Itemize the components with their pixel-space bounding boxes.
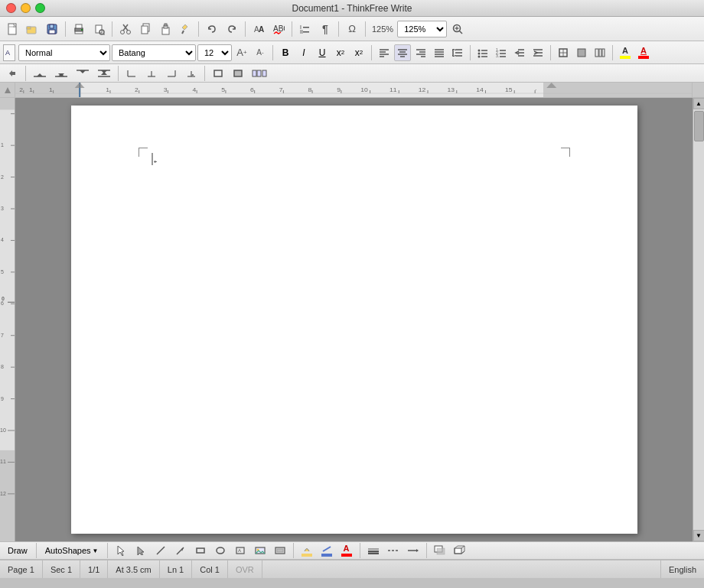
- image-effects-button[interactable]: [271, 543, 289, 558]
- font-color-draw-button[interactable]: A: [337, 543, 356, 558]
- left-tab-button[interactable]: [122, 67, 141, 80]
- zoom-select[interactable]: 50% 75% 100% 125% 150% 200%: [397, 21, 447, 37]
- cut-button[interactable]: [116, 20, 135, 38]
- svg-marker-106: [5, 87, 11, 93]
- svg-text:3.: 3.: [496, 54, 499, 58]
- maximize-button[interactable]: [35, 3, 45, 13]
- sep-draw3: [293, 543, 294, 558]
- svg-text:1: 1: [1, 142, 4, 148]
- spellcheck-button[interactable]: ABC: [269, 20, 288, 38]
- line-style-draw-button[interactable]: [364, 543, 383, 558]
- align-left-button[interactable]: [376, 44, 393, 61]
- scroll-track[interactable]: [693, 109, 704, 530]
- sep-tab2: [118, 66, 119, 81]
- sep-tab3: [204, 66, 205, 81]
- open-button[interactable]: [23, 20, 41, 38]
- shade-button[interactable]: [573, 44, 590, 61]
- font-select[interactable]: Batang Arial Times New Roman: [112, 44, 196, 61]
- align-right-button[interactable]: [412, 44, 429, 61]
- line-spacing-button[interactable]: [449, 44, 466, 61]
- shrink-font-button[interactable]: A-: [252, 44, 269, 61]
- select-draw-tool[interactable]: [112, 543, 130, 558]
- hanging-indent-button[interactable]: [73, 67, 93, 80]
- rect-draw-tool[interactable]: [191, 543, 210, 558]
- svg-text:4: 4: [193, 86, 197, 93]
- free-select-draw-tool[interactable]: [132, 543, 150, 558]
- oval-draw-tool[interactable]: [211, 543, 230, 558]
- bold-button[interactable]: B: [277, 44, 294, 61]
- minimize-button[interactable]: [21, 3, 31, 13]
- fill-color-draw-button[interactable]: [298, 543, 316, 558]
- underline-button[interactable]: U: [314, 44, 331, 61]
- italic-button[interactable]: I: [295, 44, 312, 61]
- svg-text:1: 1: [29, 86, 33, 93]
- find-replace-button[interactable]: AA: [249, 20, 268, 38]
- document-page[interactable]: ↵: [71, 106, 637, 534]
- line-color-draw-button[interactable]: [318, 543, 336, 558]
- decrease-indent-button[interactable]: [511, 44, 528, 61]
- unordered-list-button[interactable]: [474, 44, 491, 61]
- omega-button[interactable]: Ω: [343, 20, 361, 38]
- redo-button[interactable]: [223, 20, 241, 38]
- copy-button[interactable]: [136, 20, 155, 38]
- zoom-extra-button[interactable]: [448, 20, 467, 38]
- left-indent-button[interactable]: [30, 67, 50, 80]
- arrow-draw-tool[interactable]: [171, 543, 190, 558]
- border-tb-button[interactable]: [209, 67, 227, 80]
- shadow-draw-button[interactable]: [431, 543, 449, 558]
- format-brush-button[interactable]: [176, 20, 194, 38]
- print-button[interactable]: [70, 20, 88, 38]
- right-scrollbar[interactable]: ▲ ▼: [693, 98, 704, 541]
- scroll-thumb[interactable]: [694, 111, 704, 141]
- draw-button[interactable]: Draw: [3, 543, 32, 558]
- center-tab-button[interactable]: [142, 67, 161, 80]
- autoshapes-button[interactable]: AutoShapes ▼: [41, 543, 103, 558]
- ordered-list-button[interactable]: 1.2.3.: [493, 44, 510, 61]
- shade-tb-button[interactable]: [229, 67, 247, 80]
- align-justify-button[interactable]: [431, 44, 448, 61]
- subscript-button[interactable]: x2: [350, 44, 367, 61]
- print-preview-button[interactable]: [90, 20, 108, 38]
- dash-style-draw-button[interactable]: [384, 543, 403, 558]
- svg-rect-80: [602, 49, 605, 57]
- align-center-button[interactable]: [394, 44, 411, 61]
- columns-tb-button[interactable]: [249, 67, 270, 80]
- svg-point-100: [192, 74, 194, 76]
- font-size-select[interactable]: 8 10 12 14 16 18 24 36: [197, 44, 232, 61]
- columns-button[interactable]: [592, 44, 608, 61]
- scroll-down-button[interactable]: ▼: [693, 530, 705, 541]
- textbox-draw-tool[interactable]: A: [231, 543, 249, 558]
- right-tab-button[interactable]: [162, 67, 181, 80]
- style-select[interactable]: Normal Heading 1 Heading 2 Heading 3: [18, 44, 110, 61]
- scroll-up-button[interactable]: ▲: [693, 98, 705, 109]
- arrow-style-draw-button[interactable]: [404, 543, 422, 558]
- document-container: ↵: [15, 98, 693, 541]
- insert-image-draw-tool[interactable]: [251, 543, 269, 558]
- decimal-tab-button[interactable]: [182, 67, 200, 80]
- paste-button[interactable]: [156, 20, 174, 38]
- undo-button[interactable]: [203, 20, 221, 38]
- right-indent-button[interactable]: [51, 67, 71, 80]
- paragraph-mark-button[interactable]: ¶: [316, 20, 334, 38]
- grow-font-button[interactable]: A+: [233, 44, 250, 61]
- svg-text:8: 8: [1, 364, 4, 370]
- sep3: [198, 21, 199, 37]
- svg-text:12: 12: [419, 86, 426, 93]
- font-color-button[interactable]: A: [635, 44, 652, 61]
- svg-rect-188: [197, 548, 204, 553]
- increase-indent-button[interactable]: [530, 44, 546, 61]
- close-button[interactable]: [6, 3, 16, 13]
- svg-rect-30: [303, 31, 309, 33]
- superscript-button[interactable]: x2: [332, 44, 349, 61]
- border-button[interactable]: [555, 44, 572, 61]
- 3d-draw-button[interactable]: [451, 543, 469, 558]
- first-line-indent-button[interactable]: [94, 67, 114, 80]
- heading-number-button[interactable]: III: [296, 20, 315, 38]
- ruler-left-margin: [0, 83, 15, 97]
- line-draw-tool[interactable]: [152, 543, 170, 558]
- tab-type-button[interactable]: [3, 67, 21, 80]
- new-button[interactable]: [3, 20, 21, 38]
- highlight-color-button[interactable]: A: [617, 44, 634, 61]
- save-button[interactable]: [43, 20, 61, 38]
- zoom-label: 125%: [370, 24, 396, 34]
